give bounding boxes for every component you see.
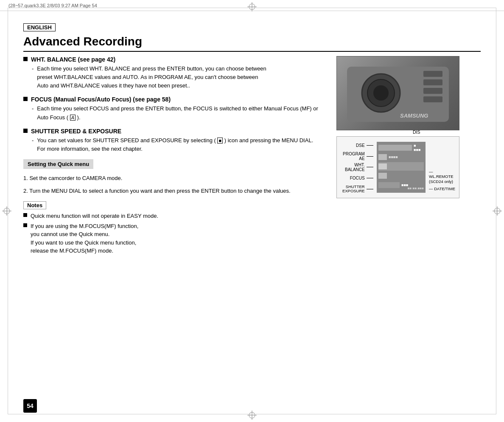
english-badge: ENGLISH [23, 23, 56, 31]
svg-rect-17 [423, 79, 442, 85]
setting-box: Setting the Quick menu [23, 159, 93, 169]
header-bar: (28~57.quark3.3E 2/8/03 9:27 AM Page 54 [0, 0, 504, 11]
svg-rect-16 [423, 71, 442, 77]
dse-label: DSE [339, 143, 365, 148]
focus-label: FOCUS [339, 176, 365, 180]
note-item-1: Quick menu function will not operate in … [23, 212, 324, 220]
page-title: Advanced Recording [23, 35, 481, 52]
label-program-ae: PROGRAM AE [339, 152, 373, 161]
shutter-text: You can set values for SHUTTER SPEED and… [37, 136, 313, 153]
dash2-icon: - [32, 104, 34, 121]
label-focus: FOCUS [339, 174, 373, 183]
section-wht-balance: WHT. BALANCE (see page 42) - Each time y… [23, 56, 324, 90]
wht-balance-text: Each time you select WHT. BALANCE and pr… [37, 65, 266, 90]
section-shutter-title: SHUTTER SPEED & EXPOSURE [31, 128, 121, 135]
note-bullet-2 [23, 223, 27, 227]
page-number: 54 [23, 399, 37, 413]
menu-diagram: DIS DSE PROGRAM AE [336, 136, 459, 198]
section-focus-title: FOCUS (Manual Focus/Auto Focus) (see pag… [31, 96, 171, 103]
note-bullet-1 [23, 213, 27, 217]
dis-label: DIS [413, 129, 420, 135]
shutter-label: SHUTTER EXPOSURE [339, 185, 365, 194]
setting-box-title: Setting the Quick menu [28, 161, 89, 167]
focus-text: Each time you select FOCUS and press the… [37, 104, 318, 121]
label-shutter: SHUTTER EXPOSURE [339, 184, 373, 194]
file-info: (28~57.quark3.3E 2/8/03 9:27 AM Page 54 [8, 3, 97, 8]
note-text-2: If you are using the M.FOCUS(MF) functio… [31, 222, 138, 255]
note-text-1: Quick menu function will not operate in … [31, 212, 158, 220]
section-focus: FOCUS (Manual Focus/Auto Focus) (see pag… [23, 96, 324, 121]
step-2: 2. Turn the MENU DIAL to select a functi… [23, 187, 324, 195]
svg-rect-19 [423, 96, 442, 102]
svg-point-15 [373, 85, 389, 101]
bullet-square-focus-icon [23, 97, 28, 101]
bullet-square-shutter-icon [23, 129, 28, 133]
menu-screen: ■ ■■■ ■■■■ [377, 142, 426, 193]
label-date-time: — DATE/TIME [429, 186, 457, 191]
bullet-square-icon [23, 57, 28, 61]
section-wht-title: WHT. BALANCE (see page 42) [31, 56, 115, 63]
svg-text:SAMSUNG: SAMSUNG [400, 113, 428, 119]
step-1: 1. Set the camcorder to CAMERA mode. [23, 174, 324, 183]
label-dse: DSE [339, 141, 373, 150]
label-wht-balance: WHT. BALANCE [339, 163, 373, 172]
svg-rect-18 [423, 88, 442, 94]
camera-image: SAMSUNG [336, 56, 459, 130]
wht-balance-label: WHT. BALANCE [339, 163, 365, 172]
label-wl-remote: — WL.REMOTE (SCD24 only) [429, 169, 457, 184]
dash-icon: - [32, 65, 34, 90]
section-shutter: SHUTTER SPEED & EXPOSURE - You can set v… [23, 128, 324, 153]
dash3-icon: - [32, 136, 34, 153]
note-item-2: If you are using the M.FOCUS(MF) functio… [23, 222, 324, 255]
program-ae-label: PROGRAM AE [339, 152, 365, 161]
notes-box: Notes [23, 201, 46, 209]
